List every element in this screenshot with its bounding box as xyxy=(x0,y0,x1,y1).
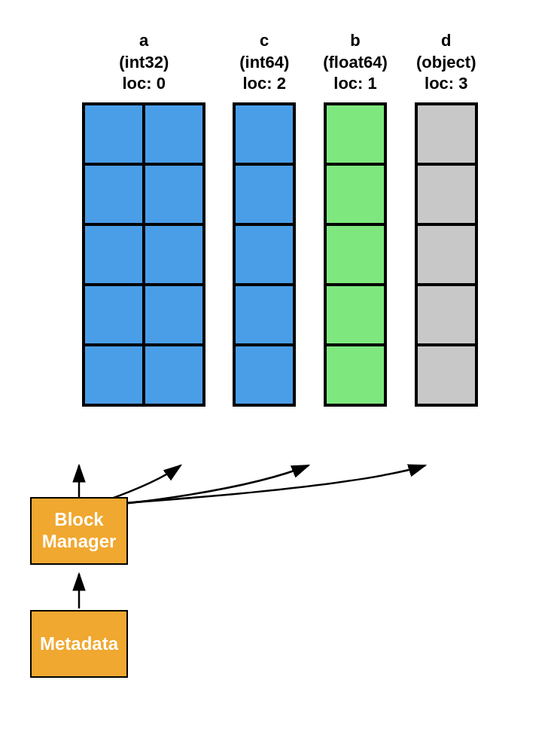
cell xyxy=(416,345,476,405)
cell xyxy=(234,345,294,405)
column-c-stack xyxy=(234,104,294,405)
cell xyxy=(144,224,204,285)
column-a-right xyxy=(144,104,204,405)
cell xyxy=(325,345,385,405)
metadata-box: Metadata xyxy=(30,610,128,678)
cell xyxy=(416,285,476,345)
cell xyxy=(416,224,476,285)
column-a-header: a(int32)loc: 0 xyxy=(119,30,169,95)
cell xyxy=(144,285,204,345)
column-a-left xyxy=(84,104,144,405)
cell xyxy=(416,104,476,164)
cell xyxy=(234,164,294,224)
cell xyxy=(325,224,385,285)
cell xyxy=(416,164,476,224)
cell xyxy=(144,164,204,224)
cell xyxy=(84,285,144,345)
cell xyxy=(325,164,385,224)
cell xyxy=(234,285,294,345)
cell xyxy=(234,224,294,285)
cell xyxy=(144,104,204,164)
cell xyxy=(84,345,144,405)
block-manager-label: BlockManager xyxy=(42,509,117,553)
cell xyxy=(84,164,144,224)
cell xyxy=(144,345,204,405)
cell xyxy=(325,104,385,164)
column-d-group: d(object)loc: 3 xyxy=(415,30,478,407)
column-d-header: d(object)loc: 3 xyxy=(416,30,476,95)
metadata-label: Metadata xyxy=(40,633,118,655)
cell xyxy=(234,104,294,164)
column-c-group: c(int64)loc: 2 xyxy=(233,30,296,407)
column-b-group: b(float64)loc: 1 xyxy=(323,30,388,407)
cell xyxy=(84,104,144,164)
column-b-header: b(float64)loc: 1 xyxy=(323,30,388,95)
column-c-header: c(int64)loc: 2 xyxy=(239,30,289,95)
column-a-group: a(int32)loc: 0 xyxy=(82,30,205,407)
diagram-container: a(int32)loc: 0 xyxy=(0,0,560,735)
column-d-stack xyxy=(416,104,476,405)
block-manager-box: BlockManager xyxy=(30,497,128,565)
column-b-stack xyxy=(325,104,385,405)
cell xyxy=(325,285,385,345)
cell xyxy=(84,224,144,285)
